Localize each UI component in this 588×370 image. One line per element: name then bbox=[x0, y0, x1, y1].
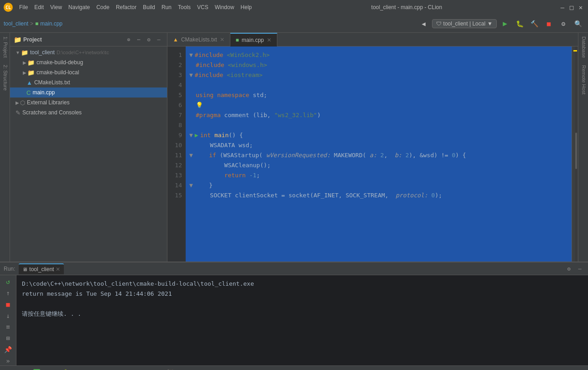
menu-tools[interactable]: Tools bbox=[175, 3, 193, 11]
code-area: 1 2 3 4 5 6 7 8 9 10 11 12 13 14 15 ▼ #i… bbox=[167, 46, 578, 262]
code-line-14: ▼ } bbox=[189, 180, 568, 190]
editor-scrollbar[interactable] bbox=[572, 46, 578, 262]
fold-icon-1[interactable]: ▼ bbox=[189, 50, 193, 60]
toolbar: tool_client > ■ main.cpp ◀ 🛡 tool_client… bbox=[0, 15, 588, 33]
code-num-2a: 2 bbox=[380, 150, 384, 160]
project-panel-label[interactable]: 1: Project bbox=[0, 33, 10, 61]
menu-edit[interactable]: Edit bbox=[31, 3, 47, 11]
left-side-strip: 1: Project 2: Structure bbox=[0, 33, 10, 262]
close-button[interactable]: ✕ bbox=[577, 4, 584, 11]
code-space-1 bbox=[223, 50, 227, 60]
run-config-label: tool_client | Local bbox=[443, 21, 486, 27]
structure-panel-label[interactable]: 2: Structure bbox=[0, 61, 10, 94]
editor-tabs: ▲ CMakeLists.txt ✕ ■ main.cpp ✕ bbox=[167, 33, 578, 46]
window-title: tool_client - main.cpp - CLion bbox=[258, 4, 555, 10]
menu-help[interactable]: Help bbox=[238, 3, 255, 11]
search-everywhere-button[interactable]: 🔍 bbox=[572, 17, 584, 30]
tree-cmakelists[interactable]: ▲ CMakeLists.txt bbox=[10, 77, 167, 87]
navigate-back-button[interactable]: ◀ bbox=[417, 17, 430, 30]
fold-icon-11[interactable]: ▼ bbox=[189, 150, 193, 160]
tree-cmake-debug[interactable]: ▶ 📁 cmake-build-debug bbox=[10, 57, 167, 67]
scroll-up-button[interactable]: ↑ bbox=[3, 288, 14, 298]
breadcrumb-project[interactable]: tool_client bbox=[4, 21, 28, 27]
tree-external-libs[interactable]: ▶ ⬡ External Libraries bbox=[10, 98, 167, 108]
breadcrumb-file[interactable]: main.cpp bbox=[40, 21, 62, 27]
run-gutter-icon[interactable]: ▶ bbox=[195, 130, 198, 140]
code-editor[interactable]: ▼ #include <WinSock2.h> #include <window… bbox=[186, 46, 572, 262]
remote-host-label[interactable]: Remote Host bbox=[578, 62, 588, 98]
project-close-button[interactable]: — bbox=[154, 35, 163, 44]
run-label: Run: bbox=[4, 266, 15, 272]
tab-cmakelists-close[interactable]: ✕ bbox=[220, 36, 224, 43]
code-num-0b: 0 bbox=[432, 190, 435, 200]
pin-button[interactable]: 📌 bbox=[3, 345, 14, 355]
tool-client-tab-close[interactable]: ✕ bbox=[56, 266, 60, 272]
collapse-all-button[interactable]: ⋯ bbox=[134, 35, 143, 44]
database-label[interactable]: Database bbox=[578, 33, 588, 62]
scroll-down-button[interactable]: ↓ bbox=[3, 311, 14, 320]
run-config-selector[interactable]: 🛡 tool_client | Local ▼ bbox=[432, 19, 497, 28]
code-line-10: WSADATA wsd; bbox=[189, 140, 568, 150]
app-icon: CL bbox=[4, 3, 13, 12]
menu-refactor[interactable]: Refactor bbox=[113, 3, 139, 11]
settings-button[interactable]: ⚙ bbox=[557, 17, 570, 30]
filter-button[interactable]: ⊞ bbox=[3, 334, 14, 343]
code-space-2 bbox=[224, 60, 228, 70]
project-tree: ▼ 📁 tool_client D:\code\C++\network\tc ▶… bbox=[10, 46, 167, 262]
tab-maincpp-close[interactable]: ✕ bbox=[267, 37, 271, 43]
project-folder-icon: 📁 bbox=[14, 36, 21, 43]
menu-code[interactable]: Code bbox=[94, 3, 112, 11]
editor-area: ▲ CMakeLists.txt ✕ ■ main.cpp ✕ 1 2 3 4 … bbox=[167, 33, 578, 262]
rerun-button[interactable]: ↺ bbox=[3, 277, 14, 287]
code-line-11: ▼ if (WSAStartup( wVersionRequested: MAK… bbox=[189, 150, 568, 160]
run-button[interactable]: ▶ bbox=[499, 17, 511, 30]
stop-run-button[interactable]: ■ bbox=[3, 300, 14, 309]
fold-icon-9[interactable]: ▼ bbox=[189, 130, 193, 140]
bottom-settings-button[interactable]: ⚙ bbox=[564, 264, 573, 273]
code-line-1: ▼ #include <WinSock2.h> bbox=[189, 50, 568, 60]
tab-cmakelists[interactable]: ▲ CMakeLists.txt ✕ bbox=[167, 33, 230, 46]
code-line-3: ▼ #include <iostream> bbox=[189, 70, 568, 80]
code-fn-main: main bbox=[214, 130, 229, 140]
code-pragma: #pragma bbox=[196, 110, 221, 120]
folder-icon-root: 📁 bbox=[21, 49, 28, 56]
project-panel-title: Project bbox=[23, 36, 42, 43]
tree-item-label-cmake-debug: cmake-build-debug bbox=[36, 59, 83, 66]
add-content-button[interactable]: ⊕ bbox=[124, 35, 133, 44]
menu-view[interactable]: View bbox=[47, 3, 65, 11]
cmake-file-icon: ▲ bbox=[26, 79, 32, 86]
bottom-panel: Run: 🖥 tool_client ✕ ⚙ — ↺ ↑ ■ ↓ ≡ ⊞ 📌 »… bbox=[0, 262, 588, 365]
project-settings-button[interactable]: ⚙ bbox=[144, 35, 153, 44]
fold-icon-14[interactable]: ▼ bbox=[189, 180, 193, 190]
tab-tool-client[interactable]: 🖥 tool_client ✕ bbox=[19, 263, 64, 274]
tab-maincpp[interactable]: ■ main.cpp ✕ bbox=[230, 33, 277, 46]
menu-navigate[interactable]: Navigate bbox=[66, 3, 93, 11]
scrollbar-thumb[interactable] bbox=[575, 133, 577, 169]
run-output-prompt: 请按任意键继续. . . bbox=[22, 309, 583, 319]
tree-scratches[interactable]: ✎ Scratches and Consoles bbox=[10, 108, 167, 118]
more-button[interactable]: » bbox=[3, 356, 14, 365]
code-include-3: #include bbox=[195, 70, 224, 80]
menu-run[interactable]: Run bbox=[159, 3, 174, 11]
menu-build[interactable]: Build bbox=[140, 3, 158, 11]
line-numbers: 1 2 3 4 5 6 7 8 9 10 11 12 13 14 15 bbox=[167, 46, 186, 262]
code-line-8 bbox=[189, 120, 568, 130]
debug-button[interactable]: 🐛 bbox=[513, 17, 526, 30]
bottom-minimize-button[interactable]: — bbox=[575, 264, 584, 273]
soft-wrap-button[interactable]: ≡ bbox=[3, 322, 14, 332]
menu-file[interactable]: File bbox=[16, 3, 31, 11]
build-button[interactable]: 🔨 bbox=[528, 17, 541, 30]
tree-cmake-local[interactable]: ▶ 📁 cmake-build-local bbox=[10, 67, 167, 77]
code-num-2b: 2 bbox=[406, 150, 409, 160]
stop-button[interactable]: ■ bbox=[542, 17, 555, 30]
code-kw-if: if bbox=[209, 150, 219, 160]
tree-root-folder[interactable]: ▼ 📁 tool_client D:\code\C++\network\tc bbox=[10, 47, 167, 57]
minimize-button[interactable]: — bbox=[559, 4, 566, 11]
code-line-4 bbox=[189, 80, 568, 90]
menu-vcs[interactable]: VCS bbox=[194, 3, 211, 11]
fold-icon-3[interactable]: ▼ bbox=[189, 70, 193, 80]
menu-window[interactable]: Window bbox=[212, 3, 237, 11]
tree-maincpp[interactable]: C main.cpp bbox=[10, 87, 167, 98]
tree-item-label-cmakelists: CMakeLists.txt bbox=[34, 79, 70, 86]
maximize-button[interactable]: □ bbox=[568, 4, 575, 11]
